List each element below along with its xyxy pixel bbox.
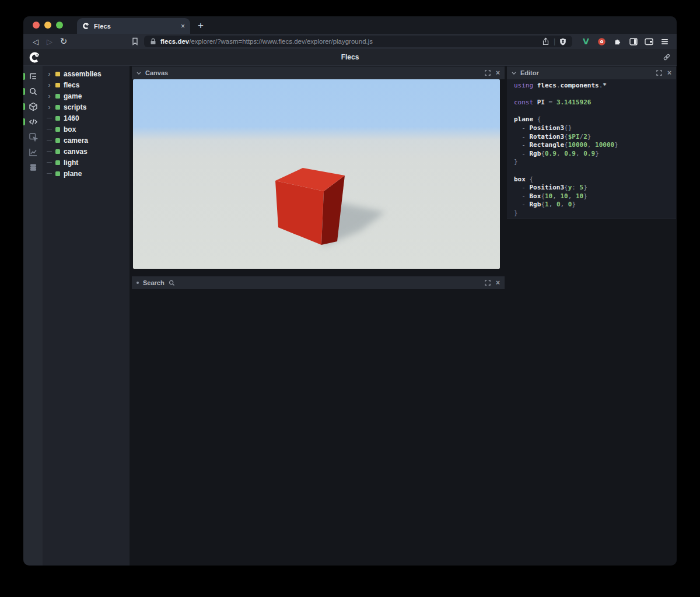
cube-icon-slot[interactable]	[23, 99, 43, 114]
canvas-panel-header[interactable]: Canvas ×	[132, 66, 505, 79]
code-line: using flecs.components.*	[514, 82, 676, 90]
tree-item-label: flecs	[64, 81, 79, 89]
chart-icon	[29, 148, 38, 157]
fullscreen-icon[interactable]	[485, 280, 491, 286]
traffic-lights	[33, 22, 63, 29]
tab-close-icon[interactable]: ×	[181, 23, 185, 30]
entity-color-square	[55, 149, 60, 154]
tree-item-canvas[interactable]: canvas	[43, 146, 130, 157]
chevron-right-icon[interactable]: ›	[47, 82, 52, 89]
code-icon	[29, 117, 38, 127]
close-window-button[interactable]	[33, 22, 40, 29]
app-content: ›assemblies›flecs›game›scripts1460boxcam…	[23, 66, 677, 566]
chevron-down-icon[interactable]	[136, 72, 141, 75]
tree-item-flecs[interactable]: ›flecs	[43, 79, 130, 90]
chart-icon-slot[interactable]	[23, 145, 43, 160]
chevron-down-icon[interactable]	[512, 72, 516, 75]
minimize-window-button[interactable]	[44, 22, 51, 29]
entity-color-square	[55, 72, 60, 76]
tree-item-camera[interactable]: camera	[43, 135, 130, 146]
tree-item-label: light	[64, 159, 78, 167]
chevron-right-icon[interactable]: ›	[47, 71, 52, 78]
active-indicator	[23, 103, 25, 110]
main-area: Canvas ×	[130, 66, 677, 566]
browser-action-icons: V	[579, 37, 671, 46]
tree-item-game[interactable]: ›game	[43, 90, 130, 101]
search-icon-slot[interactable]	[23, 84, 43, 99]
fullscreen-icon[interactable]	[485, 70, 491, 76]
browser-tab-flecs[interactable]: Flecs ×	[77, 18, 190, 34]
tree-item-box[interactable]: box	[43, 124, 130, 135]
browser-window: Flecs × + ◁ ▷ ↻ flecs.dev/explorer/?wasm…	[23, 16, 677, 566]
entity-color-square	[55, 116, 60, 121]
tree-icon	[29, 72, 38, 81]
tree-item-assemblies[interactable]: ›assemblies	[43, 68, 130, 79]
rows-icon-slot[interactable]	[23, 160, 43, 175]
active-indicator	[23, 73, 25, 80]
inspect-icon-slot[interactable]	[23, 129, 43, 145]
entity-color-square	[55, 94, 60, 99]
entity-color-square	[55, 127, 60, 132]
cube-icon	[29, 102, 38, 111]
active-indicator	[23, 88, 25, 95]
chevron-right-icon[interactable]: ›	[47, 104, 52, 111]
code-line: - Rectangle{10000, 10000}	[514, 141, 676, 150]
code-line: plane {	[514, 115, 676, 124]
collapsed-indicator-dot[interactable]	[136, 282, 139, 284]
code-line: box {	[514, 175, 676, 184]
forward-icon: ▷	[43, 37, 57, 46]
share-link-icon[interactable]	[663, 53, 671, 61]
back-icon[interactable]: ◁	[29, 37, 43, 46]
sidebar-panel-icon[interactable]	[626, 38, 640, 45]
tree-item-label: box	[64, 125, 76, 134]
shield-icon[interactable]	[559, 38, 566, 45]
vue-devtools-icon[interactable]: V	[579, 37, 593, 46]
wallet-icon[interactable]	[642, 38, 656, 45]
fullscreen-icon[interactable]	[656, 70, 662, 76]
chevron-right-icon[interactable]: ›	[47, 93, 52, 100]
search-icon	[169, 280, 175, 286]
reload-icon[interactable]: ↻	[57, 36, 71, 47]
tab-title: Flecs	[94, 23, 177, 30]
close-icon[interactable]: ×	[496, 279, 500, 286]
editor-panel-header[interactable]: Editor ×	[507, 66, 676, 79]
leaf-dash-icon	[47, 173, 52, 174]
close-icon[interactable]: ×	[667, 69, 671, 76]
share-icon[interactable]	[542, 37, 550, 45]
tree-icon-slot[interactable]	[23, 69, 43, 84]
tree-item-light[interactable]: light	[43, 157, 130, 168]
inspect-icon	[29, 132, 38, 142]
3d-viewport[interactable]	[133, 79, 500, 269]
code-icon-slot[interactable]	[23, 114, 43, 129]
entity-color-square	[55, 105, 60, 110]
extension-red-icon[interactable]	[595, 37, 608, 46]
active-indicator	[23, 118, 25, 125]
code-line: - Position3{y: 5}	[514, 184, 676, 192]
extensions-puzzle-icon[interactable]	[611, 37, 624, 45]
url-bar[interactable]: flecs.dev/explorer/?wasm=https://www.fle…	[144, 36, 572, 47]
code-line	[514, 107, 676, 116]
tree-item-label: assemblies	[64, 70, 102, 78]
canvas-panel-title: Canvas	[145, 69, 168, 76]
entity-color-square	[55, 83, 60, 87]
code-editor[interactable]: using flecs.components.* const PI = 3.14…	[507, 79, 676, 219]
menu-icon[interactable]	[658, 38, 671, 45]
bookmark-icon[interactable]	[128, 37, 142, 45]
app-header: Flecs	[23, 49, 677, 66]
tab-favicon-flecs-logo-icon	[82, 22, 90, 30]
close-icon[interactable]: ×	[496, 69, 500, 76]
tree-item-plane[interactable]: plane	[43, 168, 130, 179]
tree-item-1460[interactable]: 1460	[43, 113, 130, 124]
tree-item-label: plane	[64, 170, 82, 178]
entity-tree-panel: ›assemblies›flecs›game›scripts1460boxcam…	[43, 66, 130, 566]
entity-color-square	[55, 138, 60, 143]
zoom-window-button[interactable]	[56, 22, 63, 29]
tree-item-label: canvas	[64, 148, 88, 156]
leaf-dash-icon	[47, 162, 52, 163]
code-content: using flecs.components.* const PI = 3.14…	[507, 79, 676, 218]
leaf-dash-icon	[47, 140, 52, 141]
tree-item-scripts[interactable]: ›scripts	[43, 101, 130, 113]
new-tab-button[interactable]: +	[198, 20, 204, 31]
search-panel-header[interactable]: Search ×	[132, 276, 505, 289]
leaf-dash-icon	[47, 151, 52, 152]
